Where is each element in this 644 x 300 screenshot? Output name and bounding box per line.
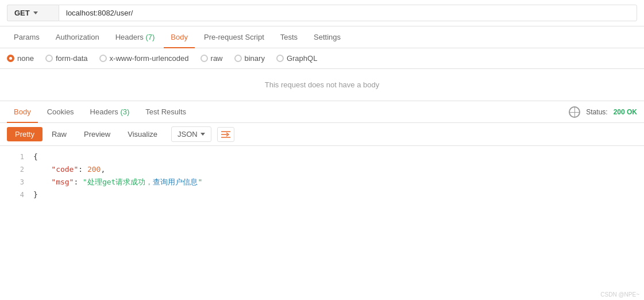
format-type-label: JSON	[178, 130, 198, 139]
code-line-4: 4 }	[0, 189, 644, 201]
response-section: Body Cookies Headers (3) Test Results St…	[0, 101, 644, 206]
radio-binary-circle	[234, 55, 242, 62]
radio-graphql-circle	[276, 55, 284, 62]
fmt-preview-button[interactable]: Preview	[76, 127, 118, 141]
fmt-pretty-button[interactable]: Pretty	[7, 127, 43, 141]
json-code-viewer: 1 { 2 "code": 200, 3 "msg": "处理get请求成功，查…	[0, 146, 644, 206]
body-options: none form-data x-www-form-urlencoded raw…	[0, 48, 644, 69]
format-type-selector[interactable]: JSON	[171, 126, 211, 142]
tab-headers-res[interactable]: Headers (3)	[83, 102, 137, 123]
code-line-3: 3 "msg": "处理get请求成功，查询用户信息"	[0, 176, 644, 189]
url-bar: GET	[0, 0, 644, 26]
radio-graphql[interactable]: GraphQL	[276, 54, 317, 63]
method-selector[interactable]: GET	[7, 5, 59, 21]
radio-form-data-circle	[45, 55, 53, 62]
code-line-2: 2 "code": 200,	[0, 163, 644, 176]
request-tabs: Params Authorization Headers (7) Body Pr…	[0, 26, 644, 48]
tab-test-results[interactable]: Test Results	[138, 102, 193, 123]
radio-none-circle	[7, 55, 14, 62]
tab-cookies[interactable]: Cookies	[40, 102, 81, 123]
response-tabs: Body Cookies Headers (3) Test Results	[7, 101, 569, 122]
fmt-visualize-button[interactable]: Visualize	[119, 127, 165, 141]
tab-params[interactable]: Params	[7, 27, 47, 48]
format-chevron-icon	[200, 133, 205, 136]
radio-raw-circle	[200, 55, 208, 62]
response-tabs-row: Body Cookies Headers (3) Test Results St…	[0, 101, 644, 123]
globe-icon[interactable]	[569, 106, 580, 118]
code-line-1: 1 {	[0, 151, 644, 163]
radio-urlencoded[interactable]: x-www-form-urlencoded	[99, 54, 189, 63]
status-area: Status: 200 OK	[569, 106, 637, 118]
tab-pre-request[interactable]: Pre-request Script	[197, 27, 271, 48]
tab-headers-req[interactable]: Headers (7)	[109, 27, 162, 48]
wrap-icon[interactable]	[217, 127, 234, 142]
status-value: 200 OK	[614, 108, 637, 116]
format-toolbar: Pretty Raw Preview Visualize JSON	[0, 123, 644, 146]
fmt-raw-button[interactable]: Raw	[44, 127, 75, 141]
method-chevron-icon	[33, 11, 38, 14]
tab-settings[interactable]: Settings	[307, 27, 348, 48]
radio-binary[interactable]: binary	[234, 54, 265, 63]
url-input[interactable]	[59, 5, 637, 21]
tab-tests[interactable]: Tests	[273, 27, 304, 48]
tab-authorization[interactable]: Authorization	[49, 27, 106, 48]
radio-none[interactable]: none	[7, 54, 34, 63]
method-label: GET	[14, 9, 30, 17]
status-label: Status:	[586, 108, 607, 116]
radio-form-data[interactable]: form-data	[45, 54, 88, 63]
tab-body-req[interactable]: Body	[164, 27, 195, 48]
radio-urlencoded-circle	[99, 55, 107, 62]
tab-body-res[interactable]: Body	[7, 102, 38, 123]
radio-raw[interactable]: raw	[200, 54, 223, 63]
no-body-message: This request does not have a body	[0, 69, 644, 101]
